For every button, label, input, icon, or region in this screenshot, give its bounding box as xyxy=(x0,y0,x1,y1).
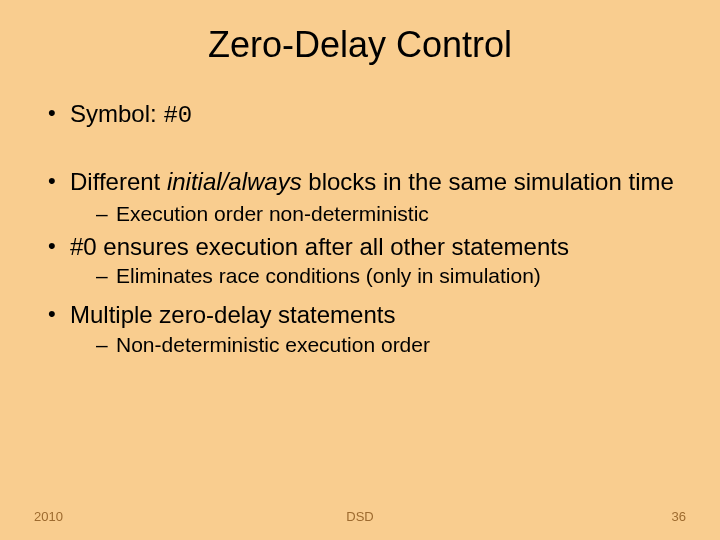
slide-title: Zero-Delay Control xyxy=(34,24,686,66)
sub-list: Execution order non-deterministic xyxy=(70,201,686,227)
bullet-symbol: Symbol: #0 xyxy=(48,100,686,130)
bullet-list: Symbol: #0 Different initial/always bloc… xyxy=(34,100,686,332)
bullet-symbol-prefix: Symbol: xyxy=(70,100,163,127)
sub-bullet-nondet-order: Non-deterministic execution order xyxy=(96,332,686,358)
bullet-2-suffix: blocks in the same simulation time xyxy=(302,168,674,195)
bullet-multiple-zero-delay: Multiple zero-delay statements xyxy=(48,301,686,329)
slide: Zero-Delay Control Symbol: #0 Different … xyxy=(0,0,720,540)
spacer xyxy=(48,136,686,162)
footer: 2010 DSD 36 xyxy=(0,509,720,524)
bullet-symbol-code: #0 xyxy=(163,102,192,129)
bullet-initial-always: Different initial/always blocks in the s… xyxy=(48,168,686,227)
bullet-2-italic: initial/always xyxy=(167,168,302,195)
sub-bullet-nondeterministic: Execution order non-deterministic xyxy=(96,201,686,227)
sub-list: Non-deterministic execution order xyxy=(70,332,686,358)
bullet-2-prefix: Different xyxy=(70,168,167,195)
spacer xyxy=(48,269,686,295)
footer-course: DSD xyxy=(0,509,720,524)
bullet-zero-delay-ensures: #0 ensures execution after all other sta… xyxy=(48,233,686,261)
